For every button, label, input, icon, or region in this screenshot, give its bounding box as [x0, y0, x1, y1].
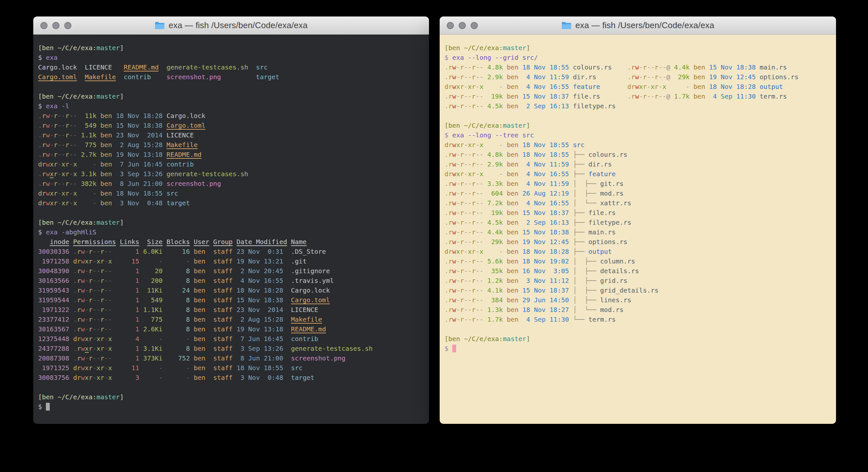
title-group: exa — fish /Users/ben/Code/exa/exa — [561, 20, 714, 30]
terminal-line: 12375448 drwxr-xr-x 4 - - ben staff 7 Ju… — [38, 334, 425, 344]
terminal-line — [444, 111, 832, 121]
terminal-output[interactable]: [ben ~/C/e/exa:master]$ exa --long --gri… — [440, 35, 836, 424]
terminal-line: [ben ~/C/e/exa:master] — [38, 217, 425, 227]
title-bar[interactable]: exa — fish /Users/ben/Code/exa/exa — [33, 17, 429, 35]
terminal-line: .rw-r--r-- 604 ben 26 Aug 12:19 │ ├── mo… — [444, 188, 832, 198]
terminal-line: [ben ~/C/e/exa:master] — [444, 334, 832, 344]
terminal-output[interactable]: [ben ~/C/e/exa:master]$ exaCargo.lock LI… — [33, 35, 429, 424]
terminal-line: 23377412 .rw-r--r-- 1 775 8 ben staff 2 … — [38, 315, 425, 324]
terminal-line: 1971322 .rw-r--r-- 1 1.1Ki 8 ben staff 2… — [38, 305, 425, 315]
terminal-line: inode Permissions Links Size Blocks User… — [38, 237, 425, 247]
terminal-line: drwxr-xr-x - ben 18 Nov 18:28 ├── output — [444, 247, 832, 256]
terminal-line: 31959544 .rw-r--r-- 1 549 8 ben staff 15… — [38, 295, 425, 305]
terminal-line: 30083756 drwxr-xr-x 3 - - ben staff 3 No… — [38, 373, 425, 382]
terminal-line: .rw-r--r-- 1.2k ben 3 Nov 11:12 │ ├── gr… — [444, 276, 832, 286]
terminal-line: 30030336 .rw-r--r-- 1 6.0Ki 16 ben staff… — [38, 247, 425, 256]
terminal-line: $ — [38, 402, 425, 412]
terminal-line — [38, 382, 425, 392]
terminal-window-dark[interactable]: exa — fish /Users/ben/Code/exa/exa [ben … — [33, 17, 429, 424]
terminal-line: .rw-r--r-- 549 ben 15 Nov 18:38 Cargo.to… — [38, 121, 425, 130]
title-bar[interactable]: exa — fish /Users/ben/Code/exa/exa — [440, 17, 836, 35]
terminal-line: .rw-r--r-- 19k ben 15 Nov 18:37 file.rs … — [444, 91, 832, 101]
terminal-line: 30048390 .rw-r--r-- 1 20 8 ben staff 2 N… — [38, 266, 425, 276]
terminal-line: 31959543 .rw-r--r-- 1 11Ki 24 ben staff … — [38, 286, 425, 295]
desktop-background: exa — fish /Users/ben/Code/exa/exa [ben … — [0, 0, 868, 472]
terminal-line: 30163567 .rw-r--r-- 1 2.6Ki 8 ben staff … — [38, 324, 425, 334]
terminal-line: drwxr-xr-x - ben 18 Nov 18:55 src — [38, 188, 425, 198]
terminal-line: .rw-r--r-- 7.2k ben 4 Nov 16:55 │ └── xa… — [444, 198, 832, 208]
terminal-line: .rw-r--r-- 5.6k ben 18 Nov 19:02 │ ├── c… — [444, 256, 832, 266]
terminal-line — [444, 324, 832, 334]
zoom-button[interactable] — [471, 22, 478, 29]
traffic-lights — [447, 17, 478, 34]
terminal-line: $ exa — [38, 53, 425, 62]
terminal-line: .rw-r--r-- 775 ben 2 Aug 15:28 Makefile — [38, 140, 425, 150]
terminal-line: $ exa -l — [38, 101, 425, 111]
terminal-line: 30163566 .rw-r--r-- 1 200 8 ben staff 4 … — [38, 276, 425, 286]
terminal-line: .rw-r--r-- 4.4k ben 15 Nov 18:38 ├── mai… — [444, 227, 832, 237]
terminal-line: [ben ~/C/e/exa:master] — [38, 43, 425, 53]
close-button[interactable] — [40, 22, 48, 29]
terminal-line: .rw-r--r-- 1.3k ben 18 Nov 18:27 │ └── m… — [444, 305, 832, 315]
terminal-line: .rw-r--r-- 2.9k ben 4 Nov 11:59 dir.rs .… — [444, 72, 832, 82]
terminal-line: [ben ~/C/e/exa:master] — [38, 91, 425, 101]
terminal-line: .rw-r--r-- 384 ben 29 Jun 14:50 │ ├── li… — [444, 295, 832, 305]
terminal-line: $ exa -abghHliS — [38, 227, 425, 237]
terminal-line: drwxr-xr-x - ben 18 Nov 18:55 src — [444, 140, 832, 150]
terminal-line: .rwxr-xr-x 3.1k ben 3 Sep 13:26 generate… — [38, 169, 425, 179]
terminal-line: [ben ~/C/e/exa:master] — [444, 43, 832, 53]
terminal-line: .rw-r--r-- 4.1k ben 15 Nov 18:37 │ ├── g… — [444, 286, 832, 295]
minimize-button[interactable] — [459, 22, 466, 29]
terminal-line: 20087308 .rw-r--r-- 1 373Ki 752 ben staf… — [38, 353, 425, 363]
window-title: exa — fish /Users/ben/Code/exa/exa — [168, 20, 308, 30]
terminal-line: .rw-r--r-- 11k ben 18 Nov 18:28 Cargo.lo… — [38, 111, 425, 121]
terminal-line: .rw-r--r-- 2.7k ben 19 Nov 13:18 README.… — [38, 150, 425, 159]
zoom-button[interactable] — [64, 22, 71, 29]
terminal-line: .rw-r--r-- 35k ben 16 Nov 3:05 │ ├── det… — [444, 266, 832, 276]
terminal-line: .rw-r--r-- 1.7k ben 4 Sep 11:30 └── term… — [444, 315, 832, 324]
terminal-line: Cargo.lock LICENCE README.md generate-te… — [38, 62, 425, 72]
terminal-line: $ exa --long --tree src — [444, 130, 832, 140]
terminal-line: 1971325 drwxr-xr-x 11 - - ben staff 18 N… — [38, 363, 425, 373]
terminal-line: .rw-r--r-- 29k ben 19 Nov 12:45 ├── opti… — [444, 237, 832, 247]
terminal-line: 24377288 .rwxr-xr-x 1 3.1Ki 8 ben staff … — [38, 344, 425, 353]
terminal-line: .rw-r--r-- 382k ben 8 Jun 21:00 screensh… — [38, 179, 425, 188]
terminal-line: .rw-r--r-- 1.1k ben 23 Nov 2014 LICENCE — [38, 130, 425, 140]
terminal-line: .rw-r--r-- 3.3k ben 4 Nov 11:59 │ ├── gi… — [444, 179, 832, 188]
terminal-line: .rw-r--r-- 4.8k ben 18 Nov 18:55 ├── col… — [444, 150, 832, 159]
terminal-line: .rw-r--r-- 2.9k ben 4 Nov 11:59 ├── dir.… — [444, 159, 832, 169]
terminal-line: $ — [444, 344, 832, 353]
folder-icon — [561, 22, 571, 29]
terminal-line: Cargo.toml Makefile contrib screenshot.p… — [38, 72, 425, 82]
terminal-line: .rw-r--r-- 4.5k ben 2 Sep 16:13 filetype… — [444, 101, 832, 111]
window-title: exa — fish /Users/ben/Code/exa/exa — [575, 20, 714, 30]
title-group: exa — fish /Users/ben/Code/exa/exa — [155, 20, 308, 30]
terminal-window-light[interactable]: exa — fish /Users/ben/Code/exa/exa [ben … — [440, 17, 836, 424]
folder-icon — [155, 22, 165, 29]
minimize-button[interactable] — [52, 22, 59, 29]
terminal-line — [38, 208, 425, 217]
terminal-line — [38, 82, 425, 91]
terminal-line: .rw-r--r-- 4.8k ben 18 Nov 18:55 colours… — [444, 62, 832, 72]
terminal-line: drwxr-xr-x - ben 7 Jun 16:45 contrib — [38, 159, 425, 169]
terminal-line: [ben ~/C/e/exa:master] — [444, 121, 832, 130]
terminal-line: 1971258 drwxr-xr-x 15 - - ben staff 19 N… — [38, 256, 425, 266]
close-button[interactable] — [447, 22, 454, 29]
terminal-line: .rw-r--r-- 4.5k ben 2 Sep 16:13 ├── file… — [444, 217, 832, 227]
terminal-line: [ben ~/C/e/exa:master] — [38, 392, 425, 402]
terminal-line: $ exa --long --grid src/ — [444, 53, 832, 62]
terminal-line: .rw-r--r-- 19k ben 15 Nov 18:37 ├── file… — [444, 208, 832, 217]
terminal-line: drwxr-xr-x - ben 4 Nov 16:55 feature drw… — [444, 82, 832, 91]
terminal-line: drwxr-xr-x - ben 3 Nov 0:48 target — [38, 198, 425, 208]
traffic-lights — [40, 17, 71, 34]
terminal-line: drwxr-xr-x - ben 4 Nov 16:55 ├── feature — [444, 169, 832, 179]
